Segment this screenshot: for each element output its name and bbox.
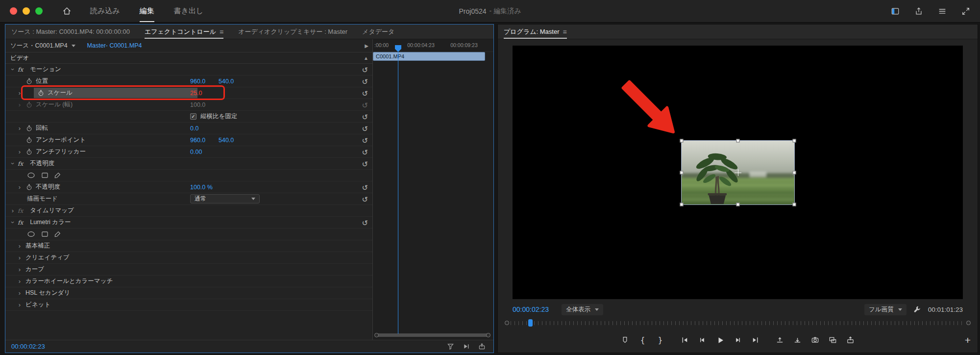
tab-audio-clip-mixer[interactable]: オーディオクリップミキサー : Master (238, 25, 347, 39)
go-to-in-icon[interactable] (680, 335, 689, 345)
button-editor-add[interactable]: + (965, 335, 971, 345)
source-clip-selector[interactable]: ソース・C0001.MP4 (10, 42, 68, 50)
zoom-handle-left[interactable] (505, 321, 509, 325)
section-label[interactable]: 基本補正 (25, 242, 50, 250)
param-value[interactable]: 0.00 (190, 149, 207, 155)
lift-icon[interactable] (775, 335, 784, 345)
collapse-section-icon[interactable]: ▲ (364, 55, 368, 61)
export-frame-icon[interactable] (478, 343, 486, 350)
panel-menu-icon[interactable]: ≡ (220, 28, 223, 36)
chevron-collapsed-icon[interactable]: › (17, 266, 22, 273)
param-value[interactable]: 100.0 % (190, 184, 213, 191)
go-to-out-icon[interactable] (751, 335, 760, 345)
transform-handle[interactable] (680, 171, 683, 174)
anchor-point-crosshair[interactable] (735, 169, 741, 176)
chevron-collapsed-icon[interactable]: › (17, 302, 22, 308)
chevron-collapsed-icon[interactable]: › (17, 254, 22, 261)
tab-source-monitor[interactable]: ソース : Master: C0001.MP4: 00:00:00:00 (11, 25, 130, 39)
mark-out-icon[interactable]: } (656, 335, 665, 345)
export-media-icon[interactable] (846, 335, 855, 345)
fullscreen-icon[interactable] (961, 7, 970, 16)
quick-export-icon[interactable] (914, 7, 923, 16)
rect-mask-icon[interactable] (41, 231, 49, 237)
hamburger-menu-icon[interactable] (938, 7, 947, 16)
timeline-view-toggle-icon[interactable]: ▶ (365, 43, 368, 49)
pen-mask-icon[interactable] (54, 231, 61, 237)
reset-effect-icon[interactable]: ↺ (362, 219, 368, 226)
chevron-collapsed-icon[interactable]: › (17, 125, 22, 131)
param-value-scale[interactable]: 25.0 (190, 90, 207, 97)
close-window-button[interactable] (10, 7, 17, 15)
pen-mask-icon[interactable] (54, 172, 61, 178)
stopwatch-icon[interactable] (26, 184, 32, 190)
settings-wrench-icon[interactable] (913, 305, 921, 313)
stopwatch-icon[interactable] (26, 137, 32, 143)
param-value-x[interactable]: 960.0 (190, 78, 207, 85)
param-value-y[interactable]: 540.0 (219, 78, 235, 85)
playback-quality-select[interactable]: フル画質 (864, 304, 906, 315)
reset-param-icon[interactable]: ↺ (362, 101, 368, 108)
program-scrubber[interactable] (505, 319, 971, 328)
workspace-icon[interactable] (891, 7, 900, 16)
reset-param-icon[interactable]: ↺ (362, 195, 368, 203)
add-marker-icon[interactable] (620, 335, 630, 345)
scrollbar-thumb[interactable] (376, 333, 489, 337)
ellipse-mask-icon[interactable] (27, 172, 35, 178)
tab-program-monitor[interactable]: プログラム: Master ≡ (504, 25, 567, 39)
chevron-collapsed-icon[interactable]: › (17, 278, 22, 284)
section-label[interactable]: カラーホイールとカラーマッチ (25, 277, 113, 285)
reset-param-icon[interactable]: ↺ (362, 89, 368, 97)
stopwatch-icon[interactable] (26, 101, 32, 108)
transform-handle[interactable] (792, 171, 796, 174)
reset-param-icon[interactable]: ↺ (362, 113, 368, 120)
zoom-handle-right[interactable] (966, 321, 971, 325)
transform-handle[interactable] (792, 139, 796, 142)
play-button[interactable] (715, 335, 725, 345)
param-value-x[interactable]: 960.0 (190, 137, 207, 144)
rect-mask-icon[interactable] (41, 172, 49, 178)
video-section-header[interactable]: ビデオ ▲ (5, 52, 372, 64)
section-label[interactable]: ビネット (25, 301, 50, 309)
chevron-collapsed-icon[interactable]: › (17, 243, 22, 249)
tab-export[interactable]: 書き出し (174, 0, 204, 22)
chevron-expanded-icon[interactable]: › (10, 161, 16, 166)
reset-effect-icon[interactable]: ↺ (362, 160, 368, 167)
chevron-collapsed-icon[interactable]: › (10, 207, 15, 214)
scrollbar-zoom-handle[interactable] (374, 333, 379, 337)
zoom-level-select[interactable]: 全体表示 (562, 304, 603, 315)
scrubber-playhead[interactable] (528, 319, 533, 327)
chevron-collapsed-icon[interactable]: › (17, 149, 22, 155)
mark-in-icon[interactable]: { (638, 335, 647, 345)
tab-import[interactable]: 読み込み (90, 0, 120, 22)
transform-handle[interactable] (792, 203, 796, 206)
transform-handle[interactable] (680, 203, 683, 206)
stopwatch-icon[interactable] (26, 149, 32, 155)
chevron-expanded-icon[interactable]: › (10, 220, 16, 225)
tab-edit[interactable]: 編集 (140, 0, 154, 22)
export-frame-camera-icon[interactable] (810, 335, 820, 345)
blend-mode-select[interactable]: 通常 (190, 194, 260, 203)
timeline-ruler[interactable]: :00:00 00:00:04:23 00:00:09:23 (373, 39, 493, 52)
ellipse-mask-icon[interactable] (27, 231, 35, 237)
param-value[interactable]: 0.0 (190, 125, 207, 132)
reset-param-icon[interactable]: ↺ (362, 125, 368, 132)
stopwatch-icon[interactable] (26, 125, 32, 131)
timeline-clip[interactable]: C0001.MP4 (373, 52, 485, 61)
chevron-collapsed-icon[interactable]: › (17, 184, 22, 190)
section-label[interactable]: HSL セカンダリ (25, 289, 70, 297)
section-label[interactable]: カーブ (25, 265, 44, 274)
program-timecode[interactable]: 00:00:02:23 (513, 305, 549, 313)
scrollbar-zoom-handle[interactable] (486, 333, 490, 337)
step-forward-icon[interactable] (733, 335, 742, 345)
transform-handle[interactable] (680, 139, 683, 142)
timeline-scrollbar[interactable] (374, 333, 490, 337)
tab-metadata[interactable]: メタデータ (362, 25, 394, 39)
stopwatch-icon[interactable] (38, 90, 44, 96)
chevron-collapsed-icon[interactable]: › (17, 90, 22, 96)
extract-icon[interactable] (793, 335, 802, 345)
comparison-view-icon[interactable] (828, 335, 837, 345)
reset-param-icon[interactable]: ↺ (362, 183, 368, 191)
chevron-collapsed-icon[interactable]: › (17, 290, 22, 296)
transform-handle[interactable] (736, 203, 739, 206)
reset-param-icon[interactable]: ↺ (362, 136, 368, 144)
